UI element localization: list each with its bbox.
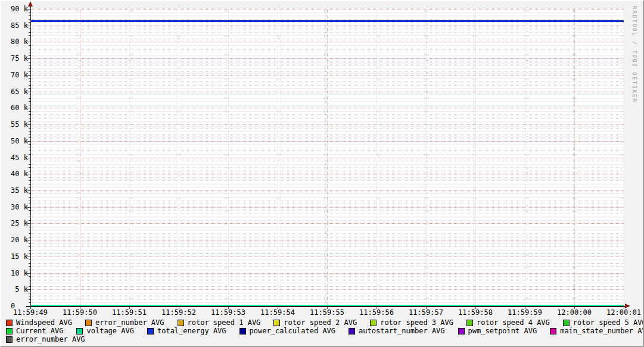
legend-label: power_calculated AVG — [250, 327, 336, 335]
x-tick-label: 11:59:58 — [450, 308, 500, 317]
legend-label: total_energy AVG — [157, 327, 226, 335]
legend-item: rotor speed 5 AVG — [563, 318, 644, 327]
x-tick-label: 11:59:50 — [55, 308, 105, 317]
legend-item: Windspeed AVG — [6, 318, 72, 327]
series-line-total_energy-avg — [30, 20, 624, 22]
legend-label: rotor speed 3 AVG — [380, 318, 453, 327]
legend-item: Current AVG — [6, 327, 63, 335]
y-tick-label: 50 k — [1, 137, 28, 145]
x-tick-label: 11:59:55 — [302, 308, 352, 317]
x-tick-label: 11:59:53 — [203, 308, 253, 317]
legend-item: total_energy AVG — [147, 327, 226, 335]
y-tick-label: 20 k — [1, 236, 28, 244]
x-tick-label: 11:59:54 — [253, 308, 303, 317]
legend-row: Current AVGvoltage AVGtotal_energy AVGpo… — [6, 327, 644, 335]
gridline-v-minor — [377, 9, 377, 306]
y-tick-label: 45 k — [1, 154, 28, 162]
rrdtool-graph-canvas: 90 k85 k80 k75 k70 k65 k60 k55 k50 k45 k… — [0, 0, 644, 347]
legend-color-swatch — [239, 328, 246, 335]
legend-item: error_number AVG — [6, 335, 85, 343]
legend-label: rotor speed 4 AVG — [477, 318, 550, 327]
y-tick-label: 5 k — [1, 285, 28, 293]
legend-label: voltage AVG — [86, 327, 133, 335]
gridline-v-major — [80, 9, 80, 306]
legend-label: main_state_number AVG — [560, 327, 644, 335]
y-tick-label: 55 k — [1, 120, 28, 129]
legend-label: error_number AVG — [16, 335, 85, 343]
legend-row: error_number AVG — [6, 335, 644, 343]
x-tick-label: 11:59:49 — [5, 308, 55, 317]
y-axis-line — [30, 5, 31, 308]
gridline-v-minor — [624, 9, 624, 306]
gridline-v-major — [327, 9, 328, 306]
plot-area — [30, 9, 624, 306]
y-tick-label: 90 k — [1, 5, 28, 13]
y-tick-label: 70 k — [1, 71, 28, 79]
legend-item: voltage AVG — [76, 327, 133, 335]
legend-label: pwm_setpoint AVG — [468, 327, 537, 335]
legend-color-swatch — [6, 328, 13, 335]
legend-item: rotor speed 2 AVG — [273, 318, 357, 327]
legend-item: rotor speed 4 AVG — [466, 318, 550, 327]
legend-label: Current AVG — [16, 327, 63, 335]
legend-color-swatch — [85, 320, 92, 326]
x-axis-arrow-icon — [625, 304, 630, 308]
legend-color-swatch — [178, 320, 184, 326]
x-tick-label: 12:00:01 — [599, 308, 644, 317]
y-tick-label: 65 k — [1, 87, 28, 96]
x-tick-label: 11:59:59 — [500, 308, 550, 317]
y-tick-label: 85 k — [1, 21, 28, 30]
legend-color-swatch — [273, 320, 280, 326]
legend-color-swatch — [466, 320, 473, 326]
y-tick-label: 75 k — [1, 54, 28, 62]
gridline-v-minor — [426, 9, 427, 306]
legend-color-swatch — [563, 320, 570, 326]
legend-color-swatch — [76, 328, 83, 335]
legend-label: rotor speed 1 AVG — [188, 318, 261, 327]
legend-item: rotor speed 1 AVG — [178, 318, 261, 327]
x-tick-label: 11:59:56 — [351, 308, 402, 317]
legend-color-swatch — [370, 320, 377, 326]
x-tick-label: 11:59:57 — [401, 308, 451, 317]
legend-label: Windspeed AVG — [16, 318, 72, 327]
rrdtool-watermark: RRDTOOL / TOBI OETIKER — [631, 6, 637, 103]
legend-color-swatch — [6, 320, 13, 326]
x-axis-line — [26, 306, 626, 307]
legend-color-swatch — [6, 336, 13, 343]
y-tick-label: 30 k — [1, 203, 28, 211]
legend-item: error_number AVG — [85, 318, 164, 327]
legend-color-swatch — [147, 328, 154, 335]
gridline-v-minor — [475, 9, 476, 306]
legend-label: rotor speed 2 AVG — [284, 318, 357, 327]
legend-color-swatch — [349, 328, 355, 335]
y-tick-label: 25 k — [1, 219, 28, 227]
legend-item: pwm_setpoint AVG — [458, 327, 537, 335]
y-tick-label: 80 k — [1, 37, 28, 46]
legend-color-swatch — [550, 328, 556, 335]
x-tick-label: 11:59:52 — [154, 308, 204, 317]
gridline-v-major — [574, 9, 575, 306]
y-axis-arrow-icon — [28, 1, 33, 7]
y-tick-label: 40 k — [1, 170, 28, 178]
gridline-v-minor — [228, 9, 229, 306]
gridline-v-minor — [129, 9, 130, 306]
gridline-v-minor — [525, 9, 525, 306]
legend-item: power_calculated AVG — [239, 327, 336, 335]
legend-item: rotor speed 3 AVG — [370, 318, 453, 327]
gridline-v-minor — [278, 9, 278, 306]
legend-item: autostart_number AVG — [349, 327, 445, 335]
legend-label: autostart_number AVG — [359, 327, 445, 335]
legend: Windspeed AVGerror_number AVGrotor speed… — [6, 318, 644, 343]
legend-label: error_number AVG — [95, 318, 164, 327]
y-tick-label: 10 k — [1, 269, 28, 277]
legend-row: Windspeed AVGerror_number AVGrotor speed… — [6, 318, 644, 327]
y-tick-label: 35 k — [1, 186, 28, 195]
y-tick-label: 15 k — [1, 252, 28, 261]
x-tick-label: 12:00:00 — [549, 308, 599, 317]
legend-label: rotor speed 5 AVG — [573, 318, 644, 327]
legend-item: main_state_number AVG — [550, 327, 644, 335]
legend-color-swatch — [458, 328, 465, 335]
x-tick-label: 11:59:51 — [104, 308, 154, 317]
y-tick-label: 60 k — [1, 104, 28, 112]
gridline-v-minor — [179, 9, 179, 306]
